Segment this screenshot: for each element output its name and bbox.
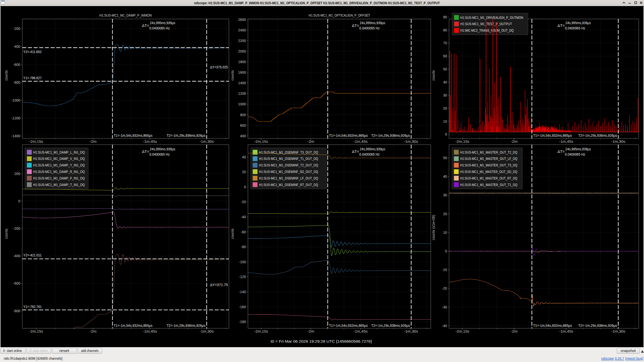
svg-text:0.20.7: 0.20.7 <box>615 356 624 360</box>
svg-text:ndscope: ndscope <box>601 356 614 360</box>
svg-text:ndscope: H1:SUS-MC1_M1_DAMP_P_: ndscope: H1:SUS-MC1_M1_DAMP_P_INMON H1:S… <box>194 1 440 5</box>
svg-text:nds://h1daqnds1:8088 [426805: nds://h1daqnds1:8088 [426805 channels] <box>4 356 62 360</box>
svg-text:stop online: stop online <box>33 349 48 353</box>
svg-text:add channels: add channels <box>81 349 99 353</box>
svg-text:(report bug): (report bug) <box>625 356 643 360</box>
svg-text:reset: reset <box>59 349 69 353</box>
svg-text:start online: start online <box>7 349 22 353</box>
svg-text:snapshot: snapshot <box>621 349 636 353</box>
